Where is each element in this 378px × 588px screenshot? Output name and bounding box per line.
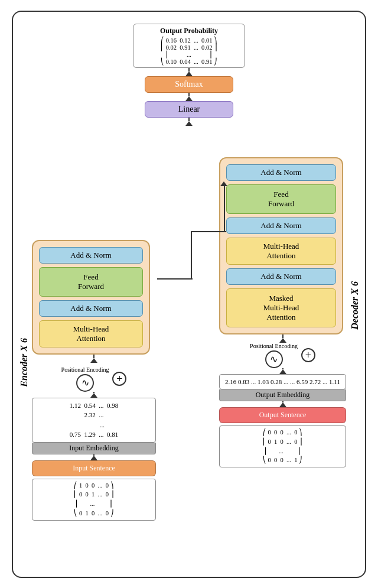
encoder-label: Encoder X 6 — [19, 338, 30, 387]
decoder-masked-multi-head: Masked Multi-Head Attention — [226, 288, 336, 327]
encoder-embedding-section: 1.12 0.54 ... 0.98 2.32 ... ... 0.75 1.2… — [32, 398, 156, 454]
linear-block: Linear — [145, 101, 233, 118]
encoder-section: Encoder X 6 Add & Norm Feed Forward Add … — [32, 240, 156, 521]
enc-dec-connector — [157, 278, 193, 280]
decoder-sentence-box: Output Sentence — [219, 407, 346, 423]
output-prob-label: Output Probability — [138, 27, 240, 35]
encoder-matrix: 1.12 0.54 ... 0.98 2.32 ... ... 0.75 1.2… — [32, 398, 156, 443]
main-container: Output Probability ⎛ 0.16 0.12 ... 0.01 … — [12, 11, 366, 578]
encoder-pos-enc-label: Positional Encoding — [61, 366, 109, 373]
decoder-embedding-label: Output Embedding — [219, 389, 346, 401]
decoder-add-norm-top: Add & Norm — [226, 164, 336, 181]
softmax-block: Softmax — [145, 76, 233, 93]
decoder-down-arrow — [219, 334, 346, 343]
encoder-sentence-arrow — [32, 454, 156, 460]
decoder-embed-arrow — [219, 368, 346, 374]
encoder-one-hot: ⎛ 1 0 0 ... 0 ⎞ ⎜ 0 0 1 ... 0 ⎟ ⎜ ... ⎟ … — [32, 479, 156, 521]
output-section: Output Probability ⎛ 0.16 0.12 ... 0.01 … — [124, 24, 254, 126]
encoder-orange-box: Add & Norm Feed Forward Add & Norm Multi… — [32, 240, 150, 355]
decoder-sine-icon: ∿ — [265, 350, 283, 368]
decoder-matrix: 2.16 0.83 ... 1.03 0.28 ... ... 6.59 2.7… — [219, 374, 346, 390]
arrow-to-softmax — [185, 68, 193, 76]
encoder-sentence-box: Input Sentence — [32, 460, 156, 476]
encoder-down-arrow — [32, 355, 156, 363]
decoder-embedding-section: 2.16 0.83 ... 1.03 0.28 ... ... 6.59 2.7… — [219, 374, 346, 402]
decoder-add-norm-mid: Add & Norm — [226, 217, 336, 234]
decoder-one-hot: ⎛ 0 0 0 ... 0 ⎞ ⎜ 0 1 0 ... 0 ⎟ ⎜ ... ⎟ … — [219, 425, 346, 467]
decoder-plus-circle: + — [301, 348, 315, 362]
full-layout: Output Probability ⎛ 0.16 0.12 ... 0.01 … — [22, 21, 356, 567]
decoder-orange-box: Add & Norm Feed Forward Add & Norm Multi… — [219, 157, 343, 334]
enc-dec-connector-horiz — [191, 231, 226, 232]
encoder-pos-enc-row: Positional Encoding ∿ + — [32, 366, 156, 392]
decoder-add-norm-bot: Add & Norm — [226, 268, 336, 285]
encoder-multi-head: Multi-Head Attention — [39, 320, 143, 347]
encoder-sine-icon: ∿ — [76, 374, 94, 392]
decoder-pos-enc-label: Positional Encoding — [250, 343, 298, 349]
encoder-add-norm-1: Add & Norm — [39, 247, 143, 264]
decoder-feed-forward: Feed Forward — [226, 184, 336, 214]
decoder-pos-enc-row: Positional Encoding ∿ + — [219, 343, 346, 368]
output-probability-box: Output Probability ⎛ 0.16 0.12 ... 0.01 … — [133, 24, 245, 68]
output-matrix: ⎛ 0.16 0.12 ... 0.01 ⎞ ⎜ 0.02 0.91 ... 0… — [138, 37, 240, 65]
enc-dec-arrowhead — [220, 181, 227, 186]
encoder-feed-forward: Feed Forward — [39, 267, 143, 297]
enc-dec-connector-vert — [191, 231, 192, 278]
decoder-multi-head: Multi-Head Attention — [226, 238, 336, 265]
encoder-embed-arrow — [32, 392, 156, 398]
decoder-label: Decoder X 6 — [350, 281, 360, 330]
encoder-add-norm-2: Add & Norm — [39, 300, 143, 317]
enc-dec-connector-vert2 — [224, 184, 225, 232]
encoder-embedding-label: Input Embedding — [32, 443, 156, 454]
encoder-plus-circle: + — [112, 372, 126, 386]
arrow-to-decoder — [185, 118, 193, 126]
decoder-sentence-arrow — [219, 401, 346, 407]
decoder-section: Decoder X 6 Add & Norm Feed Forward Add … — [219, 157, 346, 468]
arrow-to-linear — [185, 93, 193, 101]
